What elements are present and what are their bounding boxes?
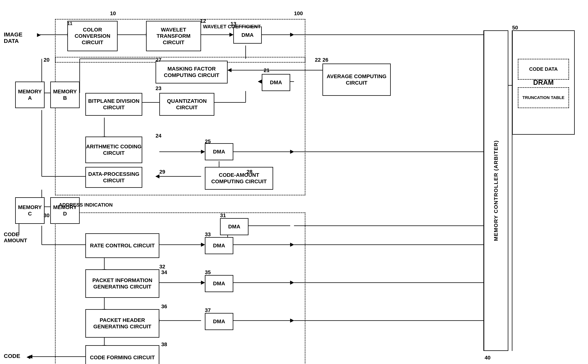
num-20: 20 <box>44 57 50 63</box>
memory-controller-box: MEMORY CONTROLLER (ARBITER) <box>484 30 508 351</box>
dma-31: DMA <box>220 218 248 235</box>
num-29: 29 <box>159 169 165 175</box>
num-25: 25 <box>205 138 211 144</box>
memory-b: MEMORY B <box>50 82 80 108</box>
dma-33: DMA <box>205 237 233 254</box>
num-40: 40 <box>485 355 491 361</box>
num-22: 22 <box>315 57 321 63</box>
dma-35: DMA <box>205 275 233 292</box>
code-data-box: CODE DATA <box>518 59 569 80</box>
num-10: 10 <box>110 10 116 17</box>
num-35: 35 <box>205 269 211 275</box>
packet-info-circuit: PACKET INFORMATION GENERATING CIRCUIT <box>85 269 159 298</box>
dma-21: DMA <box>262 74 290 91</box>
masking-factor-circuit: MASKING FACTOR COMPUTING CIRCUIT <box>155 61 228 84</box>
num-21: 21 <box>264 67 270 73</box>
num-34: 34 <box>161 269 167 275</box>
truncation-table-box: TRUNCATION TABLE <box>518 87 569 108</box>
rate-control-circuit: RATE CONTROL CIRCUIT <box>85 233 159 258</box>
num-11: 11 <box>67 21 72 26</box>
num-30: 30 <box>44 212 50 219</box>
memory-controller-label: MEMORY CONTROLLER (ARBITER) <box>493 140 499 241</box>
num-50: 50 <box>512 25 518 31</box>
image-data-label: IMAGE DATA <box>4 31 38 44</box>
svg-marker-79 <box>26 355 30 359</box>
num-31: 31 <box>220 212 226 219</box>
num-100: 100 <box>294 10 303 17</box>
wavelet-coefficient-label: WAVELET COEFFICIENT <box>203 24 261 30</box>
dram-box: DRAM <box>512 30 575 135</box>
code-amount-label: CODE AMOUNT <box>4 231 28 244</box>
packet-header-circuit: PACKET HEADER GENERATING CIRCUIT <box>85 309 159 338</box>
color-conversion-circuit: COLOR CONVERSION CIRCUIT <box>67 21 118 51</box>
memory-c: MEMORY C <box>15 197 45 224</box>
num-28: 28 <box>246 169 252 175</box>
num-27: 27 <box>155 57 162 63</box>
dma-37: DMA <box>205 313 233 330</box>
address-indication-label: ADDRESS INDICATION <box>59 202 113 208</box>
code-label: CODE <box>4 353 20 359</box>
data-processing-circuit: DATA-PROCESSING CIRCUIT <box>85 167 142 188</box>
quantization-circuit: QUANTIZATION CIRCUIT <box>159 93 214 116</box>
num-26: 26 <box>323 57 328 63</box>
num-33: 33 <box>205 231 211 237</box>
code-amount-circuit: CODE-AMOUNT COMPUTING CIRCUIT <box>205 167 273 190</box>
code-forming-circuit: CODE FORMING CIRCUIT <box>85 345 159 364</box>
num-12: 12 <box>200 18 206 24</box>
num-36: 36 <box>161 304 167 310</box>
arithmetic-coding-circuit: ARITHMETIC CODING CIRCUIT <box>85 136 142 163</box>
dma-25: DMA <box>205 143 233 160</box>
num-37: 37 <box>205 307 211 313</box>
average-computing-circuit: AVERAGE COMPUTING CIRCUIT <box>323 64 391 96</box>
num-24: 24 <box>155 133 162 139</box>
memory-a: MEMORY A <box>15 82 45 108</box>
memory-d: MEMORY D <box>50 197 80 224</box>
bitplane-division-circuit: BITPLANE DIVISION CIRCUIT <box>85 93 142 116</box>
num-32: 32 <box>159 264 165 270</box>
wavelet-transform-circuit: WAVELET TRANSFORM CIRCUIT <box>146 21 201 51</box>
svg-marker-78 <box>37 33 41 37</box>
num-38: 38 <box>161 341 167 347</box>
num-23: 23 <box>155 85 162 91</box>
